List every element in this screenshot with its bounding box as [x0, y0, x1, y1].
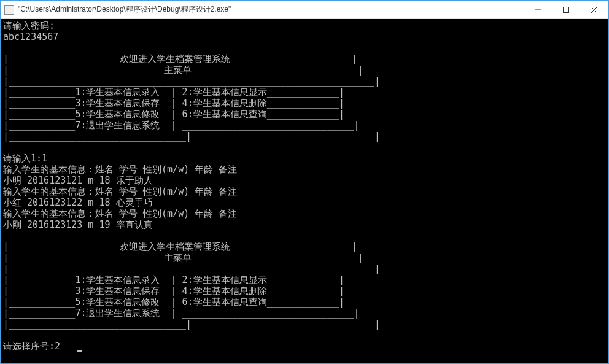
menu2-item-6: 6:学生基本信息查询 — [182, 296, 267, 308]
password-prompt: 请输入密码: — [3, 20, 55, 31]
menu-item-1: 1:学生基本信息录入 — [75, 87, 160, 98]
menu2-item-3: 3:学生基本信息保存 — [75, 285, 160, 296]
menu-title-2: 欢迎进入学生档案管理系统 — [120, 241, 230, 252]
record-2: 小红 2016123122 m 18 心灵手巧 — [3, 197, 153, 208]
titlebar: "C:\Users\Administrator\Desktop\程序设计\Deb… — [1, 1, 608, 19]
entry-prompt-2: 输入学生的基本信息：姓名 学号 性别(m/w) 年龄 备注 — [3, 186, 237, 197]
menu-item-7: 7:退出学生信息系统 — [75, 120, 160, 131]
app-icon — [4, 5, 14, 15]
window-controls — [524, 1, 608, 18]
menu-subtitle: 主菜单 — [164, 64, 192, 76]
close-button[interactable] — [580, 1, 608, 18]
menu-item-4: 4:学生基本信息删除 — [182, 98, 267, 109]
menu-item-2: 2:学生基本信息显示 — [182, 87, 267, 98]
record-3: 小刚 2016123123 m 19 率直认真 — [3, 219, 153, 230]
svg-rect-0 — [564, 7, 569, 12]
menu-title: 欢迎进入学生档案管理系统 — [120, 53, 230, 64]
window-title: "C:\Users\Administrator\Desktop\程序设计\Deb… — [18, 4, 524, 15]
menu2-item-5: 5:学生基本信息修改 — [75, 296, 160, 308]
menu-item-3: 3:学生基本信息保存 — [75, 98, 160, 109]
menu2-item-7: 7:退出学生信息系统 — [75, 308, 160, 319]
record-1: 小明 2016123121 m 18 乐于助人 — [3, 175, 153, 186]
input-line-1: 请输入1:1 — [3, 153, 47, 164]
menu2-item-2: 2:学生基本信息显示 — [182, 274, 267, 285]
menu2-item-4: 4:学生基本信息删除 — [182, 285, 267, 296]
entry-prompt-1: 输入学生的基本信息：姓名 学号 性别(m/w) 年龄 备注 — [3, 164, 237, 175]
select-prompt: 请选择序号: — [3, 341, 55, 352]
maximize-button[interactable] — [552, 1, 580, 18]
password-value: abc1234567 — [3, 31, 58, 42]
menu-item-5: 5:学生基本信息修改 — [75, 109, 160, 120]
console-output[interactable]: 请输入密码: abc1234567 ______________________… — [1, 19, 608, 363]
menu-subtitle-2: 主菜单 — [164, 252, 192, 263]
cursor — [77, 350, 82, 352]
minimize-button[interactable] — [524, 1, 552, 18]
select-value: 2 — [55, 341, 60, 352]
menu-item-6: 6:学生基本信息查询 — [182, 109, 267, 120]
app-window: "C:\Users\Administrator\Desktop\程序设计\Deb… — [0, 0, 609, 364]
entry-prompt-3: 输入学生的基本信息：姓名 学号 性别(m/w) 年龄 备注 — [3, 208, 237, 219]
menu2-item-1: 1:学生基本信息录入 — [75, 274, 160, 285]
